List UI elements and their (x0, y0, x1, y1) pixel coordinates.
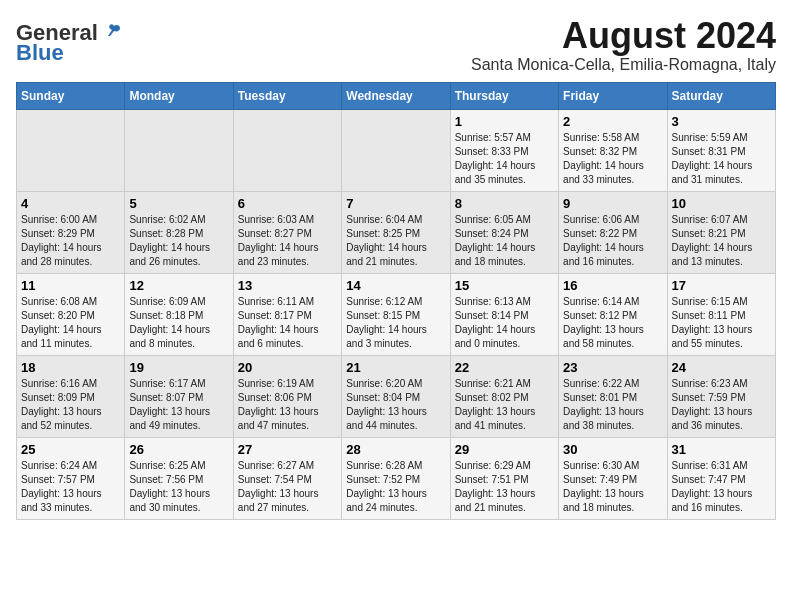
header-cell-monday: Monday (125, 82, 233, 109)
day-number: 17 (672, 278, 771, 293)
day-info: Sunrise: 6:20 AM Sunset: 8:04 PM Dayligh… (346, 377, 445, 433)
day-cell: 24Sunrise: 6:23 AM Sunset: 7:59 PM Dayli… (667, 355, 775, 437)
week-row-5: 25Sunrise: 6:24 AM Sunset: 7:57 PM Dayli… (17, 437, 776, 519)
day-cell (233, 109, 341, 191)
day-cell: 22Sunrise: 6:21 AM Sunset: 8:02 PM Dayli… (450, 355, 558, 437)
week-row-4: 18Sunrise: 6:16 AM Sunset: 8:09 PM Dayli… (17, 355, 776, 437)
day-number: 12 (129, 278, 228, 293)
day-info: Sunrise: 6:12 AM Sunset: 8:15 PM Dayligh… (346, 295, 445, 351)
day-info: Sunrise: 6:25 AM Sunset: 7:56 PM Dayligh… (129, 459, 228, 515)
day-cell: 27Sunrise: 6:27 AM Sunset: 7:54 PM Dayli… (233, 437, 341, 519)
day-cell: 17Sunrise: 6:15 AM Sunset: 8:11 PM Dayli… (667, 273, 775, 355)
day-cell: 19Sunrise: 6:17 AM Sunset: 8:07 PM Dayli… (125, 355, 233, 437)
day-info: Sunrise: 6:05 AM Sunset: 8:24 PM Dayligh… (455, 213, 554, 269)
day-info: Sunrise: 6:24 AM Sunset: 7:57 PM Dayligh… (21, 459, 120, 515)
day-info: Sunrise: 6:27 AM Sunset: 7:54 PM Dayligh… (238, 459, 337, 515)
header-cell-tuesday: Tuesday (233, 82, 341, 109)
day-number: 29 (455, 442, 554, 457)
day-number: 28 (346, 442, 445, 457)
day-cell: 11Sunrise: 6:08 AM Sunset: 8:20 PM Dayli… (17, 273, 125, 355)
header-cell-friday: Friday (559, 82, 667, 109)
day-cell: 8Sunrise: 6:05 AM Sunset: 8:24 PM Daylig… (450, 191, 558, 273)
calendar-header: SundayMondayTuesdayWednesdayThursdayFrid… (17, 82, 776, 109)
day-cell: 14Sunrise: 6:12 AM Sunset: 8:15 PM Dayli… (342, 273, 450, 355)
day-number: 10 (672, 196, 771, 211)
day-number: 11 (21, 278, 120, 293)
header-cell-saturday: Saturday (667, 82, 775, 109)
day-info: Sunrise: 6:00 AM Sunset: 8:29 PM Dayligh… (21, 213, 120, 269)
week-row-1: 1Sunrise: 5:57 AM Sunset: 8:33 PM Daylig… (17, 109, 776, 191)
header-cell-sunday: Sunday (17, 82, 125, 109)
day-info: Sunrise: 6:15 AM Sunset: 8:11 PM Dayligh… (672, 295, 771, 351)
day-cell: 6Sunrise: 6:03 AM Sunset: 8:27 PM Daylig… (233, 191, 341, 273)
day-number: 16 (563, 278, 662, 293)
day-info: Sunrise: 5:57 AM Sunset: 8:33 PM Dayligh… (455, 131, 554, 187)
header-cell-thursday: Thursday (450, 82, 558, 109)
page-subtitle: Santa Monica-Cella, Emilia-Romagna, Ital… (471, 56, 776, 74)
day-cell: 15Sunrise: 6:13 AM Sunset: 8:14 PM Dayli… (450, 273, 558, 355)
day-info: Sunrise: 6:06 AM Sunset: 8:22 PM Dayligh… (563, 213, 662, 269)
day-cell: 13Sunrise: 6:11 AM Sunset: 8:17 PM Dayli… (233, 273, 341, 355)
day-number: 24 (672, 360, 771, 375)
day-cell: 30Sunrise: 6:30 AM Sunset: 7:49 PM Dayli… (559, 437, 667, 519)
day-number: 2 (563, 114, 662, 129)
day-cell: 25Sunrise: 6:24 AM Sunset: 7:57 PM Dayli… (17, 437, 125, 519)
day-cell (17, 109, 125, 191)
day-cell: 26Sunrise: 6:25 AM Sunset: 7:56 PM Dayli… (125, 437, 233, 519)
day-number: 20 (238, 360, 337, 375)
day-cell: 20Sunrise: 6:19 AM Sunset: 8:06 PM Dayli… (233, 355, 341, 437)
logo-blue: Blue (16, 40, 64, 66)
day-cell: 2Sunrise: 5:58 AM Sunset: 8:32 PM Daylig… (559, 109, 667, 191)
day-info: Sunrise: 6:29 AM Sunset: 7:51 PM Dayligh… (455, 459, 554, 515)
day-info: Sunrise: 6:14 AM Sunset: 8:12 PM Dayligh… (563, 295, 662, 351)
day-number: 8 (455, 196, 554, 211)
day-number: 14 (346, 278, 445, 293)
day-info: Sunrise: 6:07 AM Sunset: 8:21 PM Dayligh… (672, 213, 771, 269)
day-number: 13 (238, 278, 337, 293)
day-cell: 4Sunrise: 6:00 AM Sunset: 8:29 PM Daylig… (17, 191, 125, 273)
day-info: Sunrise: 6:13 AM Sunset: 8:14 PM Dayligh… (455, 295, 554, 351)
day-info: Sunrise: 6:04 AM Sunset: 8:25 PM Dayligh… (346, 213, 445, 269)
day-info: Sunrise: 6:02 AM Sunset: 8:28 PM Dayligh… (129, 213, 228, 269)
day-info: Sunrise: 6:31 AM Sunset: 7:47 PM Dayligh… (672, 459, 771, 515)
calendar-table: SundayMondayTuesdayWednesdayThursdayFrid… (16, 82, 776, 520)
day-cell: 7Sunrise: 6:04 AM Sunset: 8:25 PM Daylig… (342, 191, 450, 273)
day-cell: 9Sunrise: 6:06 AM Sunset: 8:22 PM Daylig… (559, 191, 667, 273)
logo: General Blue (16, 20, 122, 66)
day-number: 5 (129, 196, 228, 211)
day-number: 1 (455, 114, 554, 129)
day-number: 23 (563, 360, 662, 375)
logo-bird-icon (100, 22, 122, 44)
day-info: Sunrise: 6:21 AM Sunset: 8:02 PM Dayligh… (455, 377, 554, 433)
day-cell: 23Sunrise: 6:22 AM Sunset: 8:01 PM Dayli… (559, 355, 667, 437)
week-row-3: 11Sunrise: 6:08 AM Sunset: 8:20 PM Dayli… (17, 273, 776, 355)
day-number: 30 (563, 442, 662, 457)
day-number: 15 (455, 278, 554, 293)
day-info: Sunrise: 6:22 AM Sunset: 8:01 PM Dayligh… (563, 377, 662, 433)
day-cell (342, 109, 450, 191)
day-cell: 18Sunrise: 6:16 AM Sunset: 8:09 PM Dayli… (17, 355, 125, 437)
day-cell: 12Sunrise: 6:09 AM Sunset: 8:18 PM Dayli… (125, 273, 233, 355)
day-info: Sunrise: 6:23 AM Sunset: 7:59 PM Dayligh… (672, 377, 771, 433)
day-info: Sunrise: 5:59 AM Sunset: 8:31 PM Dayligh… (672, 131, 771, 187)
day-cell: 16Sunrise: 6:14 AM Sunset: 8:12 PM Dayli… (559, 273, 667, 355)
page-header: General Blue August 2024 Santa Monica-Ce… (16, 16, 776, 74)
day-info: Sunrise: 6:08 AM Sunset: 8:20 PM Dayligh… (21, 295, 120, 351)
day-info: Sunrise: 6:16 AM Sunset: 8:09 PM Dayligh… (21, 377, 120, 433)
header-cell-wednesday: Wednesday (342, 82, 450, 109)
week-row-2: 4Sunrise: 6:00 AM Sunset: 8:29 PM Daylig… (17, 191, 776, 273)
day-cell: 1Sunrise: 5:57 AM Sunset: 8:33 PM Daylig… (450, 109, 558, 191)
day-info: Sunrise: 6:28 AM Sunset: 7:52 PM Dayligh… (346, 459, 445, 515)
day-number: 7 (346, 196, 445, 211)
day-info: Sunrise: 6:09 AM Sunset: 8:18 PM Dayligh… (129, 295, 228, 351)
day-cell: 3Sunrise: 5:59 AM Sunset: 8:31 PM Daylig… (667, 109, 775, 191)
day-number: 19 (129, 360, 228, 375)
day-number: 22 (455, 360, 554, 375)
title-block: August 2024 Santa Monica-Cella, Emilia-R… (471, 16, 776, 74)
day-cell: 28Sunrise: 6:28 AM Sunset: 7:52 PM Dayli… (342, 437, 450, 519)
day-info: Sunrise: 5:58 AM Sunset: 8:32 PM Dayligh… (563, 131, 662, 187)
day-number: 31 (672, 442, 771, 457)
day-cell: 21Sunrise: 6:20 AM Sunset: 8:04 PM Dayli… (342, 355, 450, 437)
page-title: August 2024 (471, 16, 776, 56)
day-cell (125, 109, 233, 191)
